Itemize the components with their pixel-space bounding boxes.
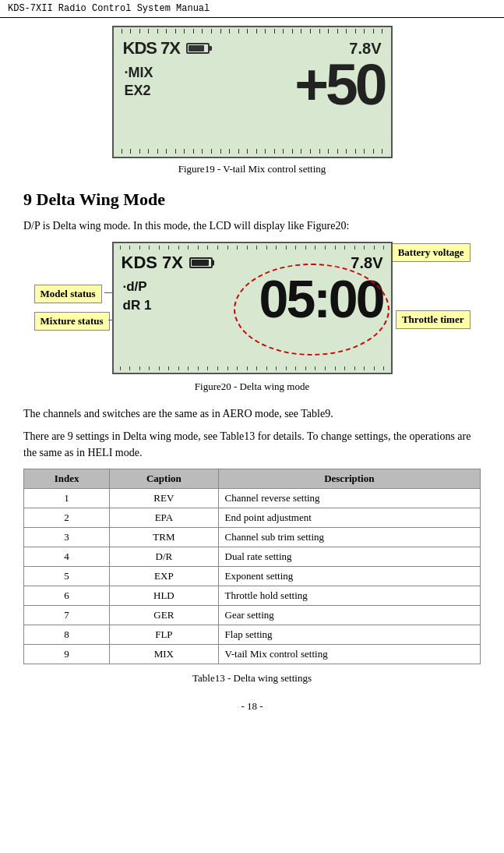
- figure20-lcd: KDS 7X 7.8V ·d/P dR 1: [112, 242, 393, 374]
- dashed-circle-overlay: [234, 264, 389, 356]
- table-cell: FLP: [110, 625, 218, 645]
- lcd20-mode-line1: ·d/P: [123, 279, 152, 295]
- table-row: 1REVChannel reverse setting: [24, 489, 481, 508]
- table-cell: EXP: [110, 567, 218, 586]
- table-row: 2EPAEnd point adjustment: [24, 508, 481, 528]
- battery-fill: [189, 45, 204, 51]
- lcd19-brand: KDS 7X: [123, 38, 180, 58]
- figure20-container: Battery voltage Throttle timer Model sta…: [23, 242, 481, 393]
- table-cell: Throttle hold setting: [218, 586, 480, 606]
- table-row: 4D/RDual rate setting: [24, 547, 481, 567]
- lcd20-ticks-top: [120, 246, 385, 250]
- table13-header: Index Caption Description: [24, 469, 481, 489]
- figure19-container: KDS 7X 7.8V ·MIX EX2 +50: [23, 26, 481, 175]
- table-cell: 7: [24, 606, 110, 625]
- section9-intro: D/P is Delta wing mode. In this mode, th…: [23, 218, 481, 234]
- table13-caption: Table13 - Delta wing settings: [23, 672, 481, 685]
- lcd-ticks-bottom: [122, 149, 383, 155]
- figure19-lcd: KDS 7X 7.8V ·MIX EX2 +50: [112, 26, 393, 158]
- lcd20-battery: [189, 257, 213, 268]
- table-row: 5EXPExponent setting: [24, 567, 481, 586]
- table-cell: GER: [110, 606, 218, 625]
- section9-text1: The channels and switches are the same a…: [23, 405, 481, 422]
- table-cell: 8: [24, 625, 110, 645]
- lcd19-big-number: +50: [294, 51, 384, 118]
- lcd19-mix: ·MIX EX2: [125, 65, 153, 99]
- table-cell: Flap setting: [218, 625, 480, 645]
- col-index: Index: [24, 469, 110, 489]
- table-cell: Dual rate setting: [218, 547, 480, 567]
- section9-text2: There are 9 settings in Delta wing mode,…: [23, 428, 481, 461]
- header-title: KDS-7XII Radio Control System Manual: [8, 3, 210, 14]
- table-cell: 5: [24, 567, 110, 586]
- table-row: 6HLDThrottle hold setting: [24, 586, 481, 606]
- figure20-lcd-wrapper: KDS 7X 7.8V ·d/P dR 1: [112, 242, 393, 374]
- table-cell: Channel sub trim setting: [218, 528, 480, 547]
- lcd19-ex2-label: EX2: [125, 83, 153, 99]
- battery-voltage-annotation: Battery voltage: [392, 243, 471, 262]
- figure20-caption: Figure20 - Delta wing mode: [195, 380, 309, 393]
- table-cell: 4: [24, 547, 110, 567]
- table-cell: Gear setting: [218, 606, 480, 625]
- table-cell: 1: [24, 489, 110, 508]
- lcd-ticks-top: [122, 29, 383, 35]
- table-row: 8FLPFlap setting: [24, 625, 481, 645]
- table-row: 9MIXV-tail Mix control setting: [24, 645, 481, 664]
- lcd19-mix-label: ·MIX: [125, 65, 153, 81]
- lcd20-ticks-bottom: [120, 366, 385, 370]
- table13-header-row: Index Caption Description: [24, 469, 481, 489]
- lcd20-mode-line2: dR 1: [123, 298, 152, 313]
- table-row: 7GERGear setting: [24, 606, 481, 625]
- section9-heading: 9 Delta Wing Mode: [23, 189, 481, 210]
- table-cell: TRM: [110, 528, 218, 547]
- table-cell: D/R: [110, 547, 218, 567]
- table-cell: End point adjustment: [218, 508, 480, 528]
- page-number: - 18 -: [0, 700, 504, 713]
- table-cell: REV: [110, 489, 218, 508]
- table-cell: V-tail Mix control setting: [218, 645, 480, 664]
- table13-body: 1REVChannel reverse setting2EPAEnd point…: [24, 489, 481, 664]
- mixture-status-annotation: Mixture status: [34, 312, 110, 331]
- table-cell: MIX: [110, 645, 218, 664]
- table-cell: 6: [24, 586, 110, 606]
- battery-icon: [186, 43, 210, 54]
- figure19-caption: Figure19 - V-tail Mix control setting: [178, 163, 326, 175]
- table-cell: Exponent setting: [218, 567, 480, 586]
- throttle-timer-annotation: Throttle timer: [396, 310, 471, 329]
- battery-body: [189, 257, 213, 268]
- table-cell: HLD: [110, 586, 218, 606]
- figure20-wrapper: Battery voltage Throttle timer Model sta…: [34, 242, 471, 374]
- page-header: KDS-7XII Radio Control System Manual: [0, 0, 504, 18]
- table-cell: 9: [24, 645, 110, 664]
- lcd20-brand: KDS 7X: [122, 253, 183, 273]
- col-caption: Caption: [110, 469, 218, 489]
- battery-nub: [212, 260, 214, 266]
- table-cell: 2: [24, 508, 110, 528]
- model-status-annotation: Model status: [34, 285, 102, 303]
- table-cell: Channel reverse setting: [218, 489, 480, 508]
- lcd20-mode: ·d/P dR 1: [123, 279, 152, 313]
- col-description: Description: [218, 469, 480, 489]
- table-cell: EPA: [110, 508, 218, 528]
- table-row: 3TRMChannel sub trim setting: [24, 528, 481, 547]
- battery-fill-20: [192, 260, 209, 266]
- table-cell: 3: [24, 528, 110, 547]
- table13: Index Caption Description 1REVChannel re…: [23, 469, 481, 664]
- section9: 9 Delta Wing Mode D/P is Delta wing mode…: [23, 189, 481, 234]
